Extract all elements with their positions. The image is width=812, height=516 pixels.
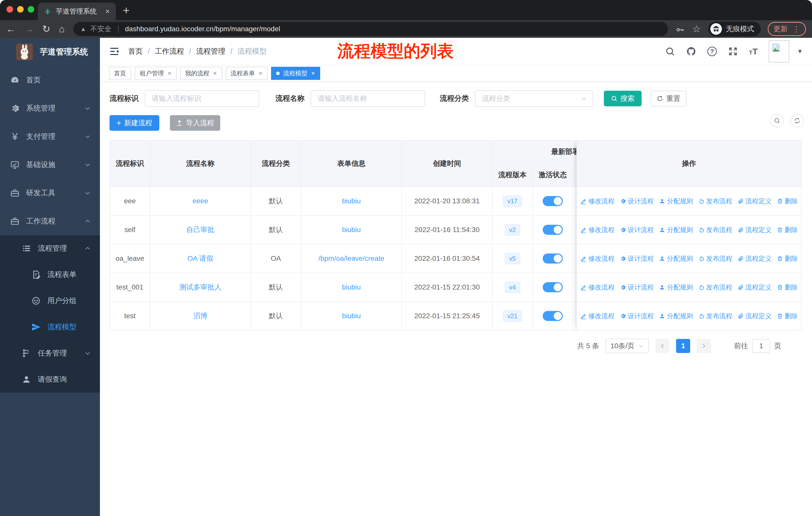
maximize-window-button[interactable]	[28, 6, 34, 12]
sidebar-item-task-manage[interactable]: 任务管理	[0, 340, 100, 366]
browser-tab[interactable]: 芋道管理系统 ×	[38, 2, 116, 20]
process-definition-link[interactable]: 流程定义	[737, 283, 772, 292]
app-logo-row[interactable]: 芋道管理系统	[0, 38, 100, 66]
page-url[interactable]: dashboard.yudao.iocoder.cn/bpm/manager/m…	[125, 25, 280, 33]
caret-down-icon[interactable]: ▼	[797, 48, 803, 55]
search-icon[interactable]	[665, 46, 675, 56]
browser-menu-icon[interactable]: ⋮	[793, 25, 800, 33]
tag-close-icon[interactable]: ✕	[259, 70, 263, 76]
sidebar-item-devtools[interactable]: 研发工具	[0, 179, 100, 207]
process-key-input[interactable]	[145, 90, 259, 107]
design-process-link[interactable]: 设计流程	[620, 312, 654, 321]
edit-process-link[interactable]: 修改流程	[580, 197, 615, 206]
delete-link[interactable]: 删除	[777, 283, 798, 292]
minimize-window-button[interactable]	[17, 6, 24, 12]
publish-process-link[interactable]: 发布流程	[698, 197, 732, 206]
sidebar-item-process-form[interactable]: 流程表单	[0, 262, 100, 288]
new-tab-button[interactable]: +	[123, 3, 129, 17]
avatar[interactable]	[769, 40, 789, 62]
breadcrumb-process-manage[interactable]: 流程管理	[196, 46, 225, 56]
process-definition-link[interactable]: 流程定义	[737, 254, 772, 263]
create-process-button[interactable]: + 新建流程	[110, 115, 159, 131]
sidebar-item-home[interactable]: 首页	[0, 66, 100, 94]
publish-process-link[interactable]: 发布流程	[698, 225, 732, 234]
active-toggle[interactable]	[543, 225, 563, 235]
prev-page-button[interactable]	[656, 339, 670, 353]
tag-my-process[interactable]: 我的流程✕	[180, 67, 222, 80]
tag-tenant[interactable]: 租户管理✕	[135, 67, 177, 80]
assign-rule-link[interactable]: 分配规则	[659, 197, 693, 206]
import-process-button[interactable]: 导入流程	[170, 115, 220, 131]
tab-close-icon[interactable]: ×	[105, 7, 110, 16]
active-toggle[interactable]	[543, 311, 563, 321]
process-name-link[interactable]: OA 请假	[187, 254, 213, 263]
publish-process-link[interactable]: 发布流程	[698, 283, 732, 292]
process-definition-link[interactable]: 流程定义	[737, 225, 772, 234]
forward-icon[interactable]: →	[24, 24, 34, 34]
browser-update-button[interactable]: 更新 ⋮	[768, 22, 806, 36]
font-size-icon[interactable]: TT	[749, 47, 758, 56]
process-name-link[interactable]: 自己审批	[186, 225, 214, 235]
form-link[interactable]: biubiu	[342, 197, 361, 205]
delete-link[interactable]: 删除	[777, 312, 798, 321]
assign-rule-link[interactable]: 分配规则	[659, 283, 693, 292]
publish-process-link[interactable]: 发布流程	[698, 312, 732, 321]
key-icon[interactable]	[675, 24, 685, 33]
delete-link[interactable]: 删除	[777, 197, 798, 206]
toggle-search-button[interactable]	[770, 114, 784, 128]
assign-rule-link[interactable]: 分配规则	[659, 254, 693, 263]
home-icon[interactable]: ⌂	[59, 24, 65, 34]
active-toggle[interactable]	[543, 196, 563, 206]
design-process-link[interactable]: 设计流程	[620, 197, 654, 206]
process-name-link[interactable]: eeee	[193, 197, 208, 205]
delete-link[interactable]: 删除	[777, 225, 798, 234]
tag-close-icon[interactable]: ✕	[213, 70, 217, 76]
fullscreen-icon[interactable]	[728, 46, 738, 56]
tag-process-form[interactable]: 流程表单✕	[226, 67, 268, 80]
category-select[interactable]: 流程分类	[475, 90, 593, 107]
github-icon[interactable]	[686, 46, 696, 56]
window-controls[interactable]	[6, 6, 34, 12]
process-definition-link[interactable]: 流程定义	[737, 312, 772, 321]
sidebar-item-system[interactable]: 系统管理	[0, 94, 100, 123]
back-icon[interactable]: ←	[6, 24, 16, 34]
goto-page-input[interactable]	[752, 339, 770, 353]
sidebar-item-payment[interactable]: ¥ 支付管理	[0, 123, 100, 151]
page-number-current[interactable]: 1	[676, 339, 690, 353]
address-bar[interactable]: ▲ 不安全 dashboard.yudao.iocoder.cn/bpm/man…	[73, 22, 668, 36]
sidebar-item-user-group[interactable]: 用户分组	[0, 288, 100, 314]
reset-button[interactable]: 重置	[651, 91, 687, 106]
sidebar-item-process-model[interactable]: 流程模型	[0, 314, 100, 340]
tag-close-icon[interactable]: ✕	[167, 70, 172, 76]
next-page-button[interactable]	[697, 339, 711, 353]
tag-close-icon[interactable]: ✕	[311, 70, 315, 76]
edit-process-link[interactable]: 修改流程	[580, 254, 615, 263]
tag-process-model[interactable]: 流程模型✕	[271, 67, 320, 80]
sidebar-item-infrastructure[interactable]: 基础设施	[0, 151, 100, 179]
help-icon[interactable]: ?	[707, 47, 717, 56]
edit-process-link[interactable]: 修改流程	[580, 283, 615, 292]
form-link[interactable]: /bpm/oa/leave/create	[318, 254, 384, 263]
breadcrumb-workflow[interactable]: 工作流程	[155, 46, 184, 56]
tag-home[interactable]: 首页	[109, 67, 131, 80]
process-name-link[interactable]: 滔博	[193, 311, 207, 321]
form-link[interactable]: biubiu	[342, 226, 361, 234]
design-process-link[interactable]: 设计流程	[620, 283, 654, 292]
publish-process-link[interactable]: 发布流程	[698, 254, 732, 263]
search-button[interactable]: 搜索	[604, 91, 642, 106]
process-definition-link[interactable]: 流程定义	[737, 197, 772, 206]
reload-icon[interactable]: ↻	[42, 24, 50, 34]
page-size-select[interactable]: 10条/页	[606, 338, 649, 353]
edit-process-link[interactable]: 修改流程	[580, 225, 615, 234]
close-window-button[interactable]	[6, 6, 13, 12]
breadcrumb-home[interactable]: 首页	[128, 46, 143, 56]
delete-link[interactable]: 删除	[777, 254, 798, 263]
active-toggle[interactable]	[543, 253, 563, 264]
bookmark-star-icon[interactable]: ☆	[692, 23, 701, 34]
refresh-table-button[interactable]	[790, 114, 804, 128]
edit-process-link[interactable]: 修改流程	[580, 312, 615, 321]
sidebar-item-leave-query[interactable]: 请假查询	[0, 366, 100, 392]
design-process-link[interactable]: 设计流程	[620, 254, 654, 263]
assign-rule-link[interactable]: 分配规则	[659, 225, 693, 234]
process-name-input[interactable]	[311, 90, 425, 107]
